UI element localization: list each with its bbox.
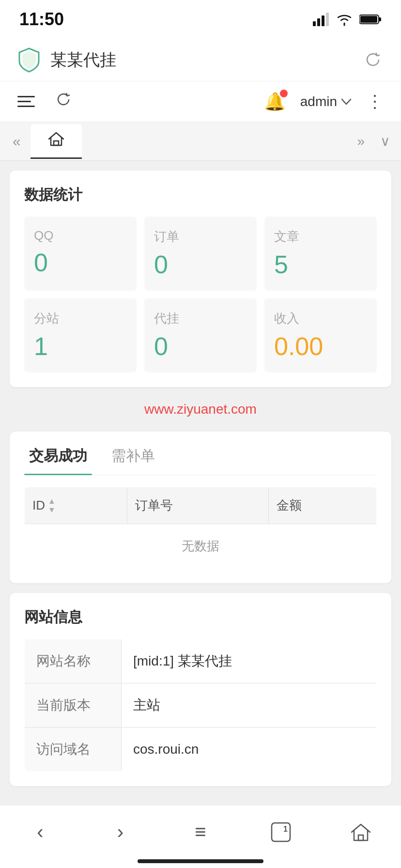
status-bar: 11:50 bbox=[0, 0, 401, 39]
table-row-empty: 无数据 bbox=[25, 524, 377, 569]
main-content: 数据统计 QQ 0 订单 0 文章 5 分站 1 bbox=[0, 161, 401, 868]
stat-qq: QQ 0 bbox=[24, 217, 137, 291]
stat-income-label: 收入 bbox=[274, 310, 367, 327]
stat-branches-label: 分站 bbox=[34, 310, 127, 327]
toolbar-right: 🔔 admin ⋮ bbox=[264, 92, 384, 112]
site-version-label: 当前版本 bbox=[25, 683, 122, 728]
tab-back-btn[interactable]: « bbox=[5, 133, 29, 150]
stat-proxy-label: 代挂 bbox=[154, 310, 247, 327]
more-options-btn[interactable]: ⋮ bbox=[366, 92, 384, 112]
stat-articles: 文章 5 bbox=[264, 217, 377, 291]
back-icon: ‹ bbox=[37, 821, 43, 843]
toolbar: 🔔 admin ⋮ bbox=[0, 81, 401, 122]
menu-icon: ≡ bbox=[195, 821, 206, 843]
no-data-cell: 无数据 bbox=[25, 524, 377, 569]
tab-forward-btn[interactable]: » bbox=[351, 134, 370, 149]
col-id-header[interactable]: ID ▲ ▼ bbox=[25, 487, 127, 524]
stat-income-value: 0.00 bbox=[274, 332, 367, 361]
svg-text:1: 1 bbox=[283, 825, 288, 833]
stats-title: 数据统计 bbox=[24, 185, 377, 205]
notification-dot bbox=[280, 90, 288, 97]
home-indicator bbox=[138, 859, 263, 863]
app-title: 某某代挂 bbox=[50, 49, 116, 71]
bottom-menu-btn[interactable]: ≡ bbox=[184, 818, 217, 847]
stats-card: 数据统计 QQ 0 订单 0 文章 5 分站 1 bbox=[10, 170, 391, 387]
stat-orders-label: 订单 bbox=[154, 228, 247, 245]
bottom-home-icon bbox=[351, 822, 371, 842]
stat-articles-label: 文章 bbox=[274, 228, 367, 245]
col-order-header: 订单号 bbox=[127, 487, 268, 524]
status-time: 11:50 bbox=[19, 9, 64, 30]
site-domain-row: 访问域名 cos.roui.cn bbox=[25, 728, 377, 772]
app-logo bbox=[17, 47, 41, 73]
chevron-down-icon bbox=[341, 98, 352, 105]
signal-icon bbox=[313, 13, 329, 26]
stat-income: 收入 0.00 bbox=[264, 298, 377, 372]
watermark: www.ziyuanet.com bbox=[10, 397, 391, 422]
stat-orders: 订单 0 bbox=[144, 217, 257, 291]
transaction-tabs: 交易成功 需补单 bbox=[24, 446, 377, 475]
bottom-home-btn[interactable] bbox=[344, 818, 378, 847]
site-domain-value: cos.roui.cn bbox=[122, 728, 377, 772]
header-refresh-btn[interactable] bbox=[362, 49, 384, 71]
forward-icon: › bbox=[117, 821, 123, 843]
svg-rect-6 bbox=[360, 16, 377, 23]
svg-rect-7 bbox=[54, 141, 59, 145]
home-tab-icon bbox=[48, 131, 64, 150]
hamburger-menu-btn[interactable] bbox=[17, 96, 35, 107]
site-name-row: 网站名称 [mid:1] 某某代挂 bbox=[25, 639, 377, 683]
site-name-label: 网站名称 bbox=[25, 639, 122, 683]
svg-rect-5 bbox=[379, 17, 381, 21]
status-icons bbox=[313, 13, 382, 26]
stat-articles-value: 5 bbox=[274, 250, 367, 279]
notification-bell[interactable]: 🔔 bbox=[264, 92, 286, 112]
site-info-title: 网站信息 bbox=[24, 607, 377, 627]
tab-pending[interactable]: 需补单 bbox=[107, 446, 160, 475]
admin-dropdown[interactable]: admin bbox=[300, 94, 352, 109]
stat-proxy-value: 0 bbox=[154, 332, 247, 361]
tab-right-btns: » ∨ bbox=[351, 133, 396, 149]
site-info-card: 网站信息 网站名称 [mid:1] 某某代挂 当前版本 主站 访问域名 cos.… bbox=[10, 593, 391, 786]
stat-qq-label: QQ bbox=[34, 228, 127, 243]
site-name-value: [mid:1] 某某代挂 bbox=[122, 639, 377, 683]
svg-rect-1 bbox=[317, 18, 320, 26]
transaction-table: ID ▲ ▼ 订单号 金额 无数据 bbox=[24, 487, 377, 569]
bottom-back-btn[interactable]: ‹ bbox=[23, 818, 57, 847]
bottom-tabs-btn[interactable]: 1 bbox=[264, 818, 298, 847]
tab-success[interactable]: 交易成功 bbox=[24, 446, 92, 475]
svg-rect-0 bbox=[313, 21, 316, 26]
svg-rect-10 bbox=[358, 835, 363, 840]
stat-orders-value: 0 bbox=[154, 250, 247, 279]
site-version-value: 主站 bbox=[122, 683, 377, 728]
transaction-card: 交易成功 需补单 ID ▲ ▼ 订单号 金额 bbox=[10, 432, 391, 583]
sort-arrows[interactable]: ▲ ▼ bbox=[48, 497, 56, 514]
site-info-table: 网站名称 [mid:1] 某某代挂 当前版本 主站 访问域名 cos.roui.… bbox=[24, 639, 377, 772]
site-domain-label: 访问域名 bbox=[25, 728, 122, 772]
col-amount-header: 金额 bbox=[268, 487, 376, 524]
tab-bar: « » ∨ bbox=[0, 122, 401, 161]
site-version-row: 当前版本 主站 bbox=[25, 683, 377, 728]
bottom-nav: ‹ › ≡ 1 bbox=[0, 805, 401, 868]
bottom-forward-btn[interactable]: › bbox=[103, 818, 137, 847]
stat-branches-value: 1 bbox=[34, 332, 127, 361]
toolbar-left bbox=[17, 91, 73, 113]
stat-branches: 分站 1 bbox=[24, 298, 137, 372]
wifi-icon bbox=[336, 13, 353, 26]
tab-home[interactable] bbox=[31, 124, 82, 159]
tabs-icon: 1 bbox=[271, 822, 291, 842]
stat-qq-value: 0 bbox=[34, 248, 127, 277]
stat-proxy: 代挂 0 bbox=[144, 298, 257, 372]
app-header-left: 某某代挂 bbox=[17, 47, 116, 73]
battery-icon bbox=[359, 14, 382, 25]
svg-rect-2 bbox=[322, 16, 324, 26]
tab-dropdown-btn[interactable]: ∨ bbox=[374, 133, 396, 149]
svg-rect-3 bbox=[326, 13, 329, 26]
app-header: 某某代挂 bbox=[0, 39, 401, 81]
admin-name: admin bbox=[300, 94, 337, 109]
stats-grid: QQ 0 订单 0 文章 5 分站 1 代挂 0 bbox=[24, 217, 377, 372]
toolbar-refresh-btn[interactable] bbox=[54, 91, 73, 113]
